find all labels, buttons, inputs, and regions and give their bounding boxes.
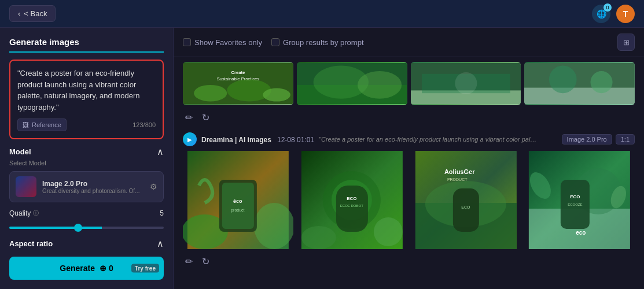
quality-row: Quality ⓘ 5: [9, 209, 164, 217]
generate-label: Generate: [60, 264, 95, 273]
show-favorites-label: Show Favorites only: [194, 38, 262, 47]
svg-text:Create: Create: [231, 70, 245, 75]
refresh-button-bottom[interactable]: ↻: [200, 254, 212, 269]
model-desc: Great diversity and photorealism. Of...: [42, 188, 144, 194]
refresh-icon: ↻: [202, 113, 209, 123]
model-settings-button[interactable]: ⚙: [150, 182, 157, 191]
globe-badge: 0: [603, 3, 612, 12]
svg-point-13: [455, 72, 477, 94]
panel-title: Generate images: [9, 37, 164, 53]
main-image-3[interactable]: AoliusGer PRODUCT ECO: [411, 151, 521, 249]
svg-text:eco: eco: [576, 229, 586, 236]
quality-value: 5: [160, 209, 164, 217]
result-tags: Image 2.0 Pro 1:1: [562, 134, 635, 144]
model-name: Image 2.0 Pro: [42, 180, 144, 188]
svg-point-31: [301, 226, 336, 249]
top-bar: ‹ < Back 🌐 0 T: [0, 0, 644, 28]
svg-rect-15: [524, 88, 635, 105]
save-icon: ⊞: [623, 38, 630, 47]
svg-text:éco: éco: [233, 198, 242, 204]
svg-rect-22: [222, 183, 254, 229]
svg-rect-38: [452, 188, 479, 232]
back-label: < Back: [24, 9, 47, 18]
pencil-icon-bottom: ✏: [185, 257, 193, 266]
main-image-2[interactable]: ECO ECOE ROBOT: [297, 151, 407, 249]
quality-slider-container: [9, 221, 164, 231]
prompt-result-block: ▶ Dreamina | AI images 12-08 01:01 "Crea…: [183, 132, 635, 269]
svg-point-5: [263, 88, 290, 102]
svg-point-17: [591, 71, 613, 93]
aspect-ratio-section: Aspect ratio ∧: [9, 238, 164, 249]
main-image-4[interactable]: ECO ECOOZE eco: [524, 151, 635, 249]
svg-point-16: [549, 66, 577, 94]
svg-text:ECOE ROBOT: ECOE ROBOT: [340, 204, 363, 208]
svg-rect-28: [336, 186, 368, 232]
image-icon: 🖼: [23, 121, 29, 128]
main-content: Generate images "Create a poster for an …: [0, 28, 644, 289]
back-button[interactable]: ‹ < Back: [9, 5, 56, 22]
images-area: Create Sustainable Practices: [174, 57, 644, 289]
svg-point-4: [227, 79, 271, 101]
model-section-title: Model: [9, 147, 31, 156]
top-images-action-row: ✏ ↻: [183, 110, 635, 125]
dreamina-symbol: ▶: [187, 136, 192, 143]
info-icon: ⓘ: [33, 209, 39, 217]
globe-button[interactable]: 🌐 0: [592, 5, 610, 23]
select-model-label: Select Model: [9, 160, 164, 166]
main-image-grid: éco product: [183, 151, 635, 249]
svg-text:PRODUCT: PRODUCT: [447, 177, 467, 181]
model-card[interactable]: Image 2.0 Pro Great diversity and photor…: [9, 171, 164, 202]
svg-text:product: product: [231, 208, 244, 213]
top-right-controls: 🌐 0 T: [592, 5, 635, 23]
svg-text:ECO: ECO: [570, 194, 580, 199]
result-header: ▶ Dreamina | AI images 12-08 01:01 "Crea…: [183, 132, 635, 146]
group-results-checkbox-item[interactable]: Group results by prompt: [271, 38, 363, 47]
char-count: 123/800: [133, 121, 156, 128]
top-image-3[interactable]: [411, 62, 521, 105]
result-service-name: Dreamina | AI images 12-08 01:01: [201, 136, 314, 144]
group-results-checkbox[interactable]: [271, 38, 279, 46]
ratio-tag: 1:1: [616, 134, 635, 144]
prompt-text: "Create a poster for an eco-friendly pro…: [17, 68, 156, 113]
pencil-icon: ✏: [185, 113, 193, 123]
prompt-box[interactable]: "Create a poster for an eco-friendly pro…: [9, 60, 164, 139]
svg-point-3: [194, 85, 227, 102]
refresh-icon-bottom: ↻: [202, 257, 209, 266]
show-favorites-checkbox[interactable]: [183, 38, 191, 46]
right-topbar: Show Favorites only Group results by pro…: [174, 28, 644, 57]
svg-point-9: [358, 71, 402, 99]
right-panel: Show Favorites only Group results by pro…: [174, 28, 644, 289]
main-image-1[interactable]: éco product: [183, 151, 293, 249]
reference-label: Reference: [32, 121, 61, 128]
refresh-button-top[interactable]: ↻: [200, 110, 212, 125]
top-image-1[interactable]: Create Sustainable Practices: [183, 62, 293, 105]
show-favorites-checkbox-item[interactable]: Show Favorites only: [183, 38, 262, 47]
model-tag: Image 2.0 Pro: [562, 134, 612, 144]
model-section-header: Model ∧: [9, 146, 164, 157]
top-image-2[interactable]: [297, 62, 407, 105]
edit-button-top[interactable]: ✏: [183, 110, 195, 125]
top-images-row: Create Sustainable Practices: [183, 62, 635, 105]
left-panel: Generate images "Create a poster for an …: [0, 28, 174, 289]
svg-text:ECO: ECO: [461, 205, 470, 209]
result-prompt-preview: "Create a poster for an eco-friendly pro…: [319, 136, 539, 143]
svg-text:AoliusGer: AoliusGer: [444, 168, 474, 175]
prompt-footer: 🖼 Reference 123/800: [17, 118, 156, 131]
generate-count-label: ⊕ 0: [100, 264, 113, 273]
model-thumbnail: [16, 176, 36, 197]
chevron-up-icon: ∧: [157, 146, 164, 157]
avatar[interactable]: T: [616, 5, 635, 23]
save-layout-button[interactable]: ⊞: [617, 34, 635, 51]
bottom-actions: ✏ ↻: [183, 254, 635, 269]
aspect-ratio-title: Aspect ratio: [9, 239, 53, 248]
svg-point-32: [374, 217, 403, 246]
model-section: Model ∧ Select Model Image 2.0 Pro Great…: [9, 146, 164, 202]
try-free-badge: Try free: [131, 264, 159, 273]
top-image-4[interactable]: [524, 62, 635, 105]
dreamina-icon: ▶: [183, 132, 197, 146]
reference-button[interactable]: 🖼 Reference: [17, 118, 67, 131]
svg-text:ECO: ECO: [347, 196, 356, 201]
edit-button-bottom[interactable]: ✏: [183, 254, 195, 269]
quality-slider[interactable]: [9, 227, 164, 229]
generate-button[interactable]: Generate ⊕ 0 Try free: [9, 257, 164, 280]
